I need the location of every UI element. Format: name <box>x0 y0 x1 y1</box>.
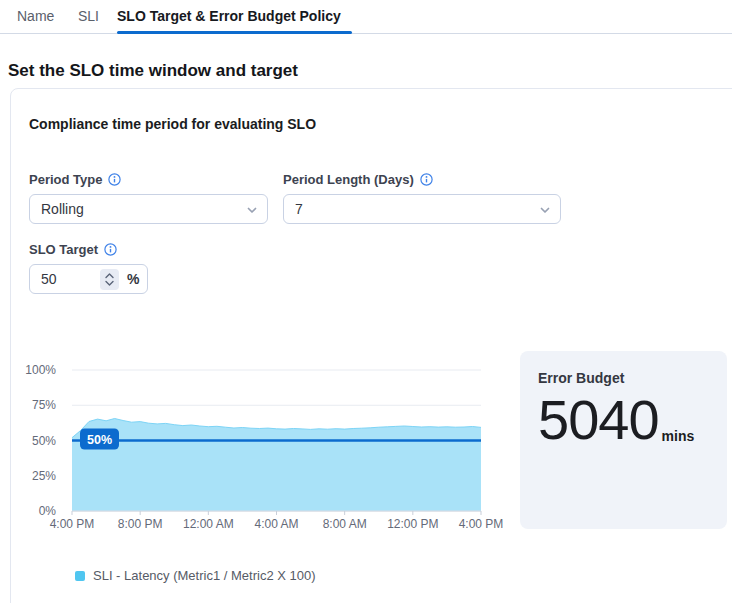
svg-text:0%: 0% <box>39 504 57 518</box>
svg-text:8:00 AM: 8:00 AM <box>323 517 367 531</box>
period-length-value: 7 <box>295 201 303 217</box>
svg-text:50%: 50% <box>32 434 56 448</box>
error-budget-title: Error Budget <box>538 370 709 386</box>
slo-target-label-text: SLO Target <box>29 242 98 257</box>
svg-text:100%: 100% <box>25 363 56 377</box>
info-icon[interactable] <box>108 173 121 186</box>
period-type-label-text: Period Type <box>29 172 102 187</box>
slo-target-label: SLO Target <box>29 242 117 257</box>
period-length-select[interactable]: 7 <box>283 194 561 224</box>
page-title: Set the SLO time window and target <box>8 61 298 81</box>
error-budget-unit: mins <box>662 428 695 444</box>
svg-text:25%: 25% <box>32 469 56 483</box>
svg-text:4:00 AM: 4:00 AM <box>254 517 298 531</box>
slo-target-input[interactable]: 50 % <box>29 264 148 294</box>
percent-unit: % <box>127 271 139 287</box>
legend-swatch <box>75 571 85 581</box>
tabbar-divider <box>0 33 732 34</box>
legend-label: SLI - Latency (Metric1 / Metric2 X 100) <box>93 568 316 583</box>
error-budget-panel: Error Budget 5040 mins <box>520 351 727 529</box>
period-length-label: Period Length (Days) <box>283 172 433 187</box>
info-icon[interactable] <box>104 243 117 256</box>
info-icon[interactable] <box>420 173 433 186</box>
svg-text:8:00 PM: 8:00 PM <box>118 517 163 531</box>
chevron-down-icon <box>539 204 551 216</box>
chart-legend-item[interactable]: SLI - Latency (Metric1 / Metric2 X 100) <box>75 568 316 583</box>
chevron-up-icon <box>105 273 114 279</box>
svg-text:12:00 PM: 12:00 PM <box>387 517 438 531</box>
error-budget-value: 5040 <box>538 392 659 448</box>
tab-sli[interactable]: SLI <box>78 8 99 25</box>
active-tab-underline <box>117 31 352 34</box>
slo-target-value: 50 <box>41 271 57 287</box>
compliance-section-title: Compliance time period for evaluating SL… <box>29 116 316 132</box>
tab-name[interactable]: Name <box>17 8 54 25</box>
number-stepper[interactable] <box>100 269 119 290</box>
svg-text:50%: 50% <box>87 433 112 447</box>
svg-text:12:00 AM: 12:00 AM <box>183 517 234 531</box>
period-length-label-text: Period Length (Days) <box>283 172 414 187</box>
form-steps-tabs: Name SLI SLO Target & Error Budget Polic… <box>0 0 732 34</box>
tab-slo-target-error-budget-policy[interactable]: SLO Target & Error Budget Policy <box>117 8 341 25</box>
slo-preview-chart: 0%25%50%75%100%4:00 PM8:00 PM12:00 AM4:0… <box>25 362 525 537</box>
chevron-down-icon <box>105 280 114 286</box>
period-type-label: Period Type <box>29 172 121 187</box>
period-type-value: Rolling <box>41 201 84 217</box>
svg-text:4:00 PM: 4:00 PM <box>50 517 95 531</box>
svg-text:75%: 75% <box>32 398 56 412</box>
svg-text:4:00 PM: 4:00 PM <box>459 517 504 531</box>
chevron-down-icon <box>246 204 258 216</box>
period-type-select[interactable]: Rolling <box>29 194 268 224</box>
